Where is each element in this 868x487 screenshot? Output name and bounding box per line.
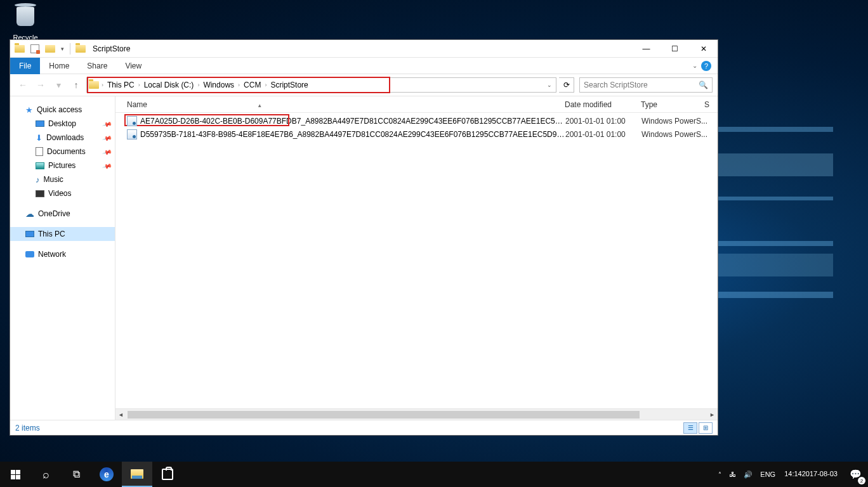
- music-icon: ♪: [36, 175, 40, 185]
- qat-customize-button[interactable]: ▾: [58, 46, 67, 52]
- tray-volume-icon[interactable]: 🔊: [740, 462, 756, 487]
- close-button[interactable]: ✕: [689, 40, 718, 58]
- file-list: Name ▲ Date modified Type S AE7A025D-D26…: [115, 96, 718, 420]
- taskbar-store[interactable]: [152, 462, 183, 487]
- pin-icon: 📌: [102, 146, 112, 157]
- refresh-button[interactable]: ⟳: [559, 77, 574, 93]
- recycle-bin-icon: [13, 7, 38, 32]
- start-button[interactable]: [0, 462, 30, 487]
- action-center-button[interactable]: 💬2: [843, 462, 868, 487]
- file-date: 2001-01-01 01:00: [565, 130, 641, 139]
- nav-network[interactable]: Network: [10, 247, 115, 261]
- powershell-file-icon: [127, 116, 137, 126]
- nav-downloads[interactable]: ⬇ Downloads 📌: [10, 131, 115, 145]
- tray-clock[interactable]: 14:14 2017-08-03: [779, 462, 843, 487]
- recent-locations-button[interactable]: ▾: [51, 77, 66, 93]
- desktop-icon: [36, 120, 44, 127]
- column-name[interactable]: Name ▲: [127, 100, 565, 109]
- tray-time: 14:14: [784, 470, 802, 478]
- forward-button[interactable]: →: [33, 77, 48, 93]
- maximize-button[interactable]: ☐: [661, 40, 689, 58]
- address-bar[interactable]: › This PC › Local Disk (C:) › Windows › …: [86, 77, 556, 93]
- nav-pictures[interactable]: Pictures 📌: [10, 159, 115, 172]
- qat-properties-button[interactable]: [28, 42, 42, 56]
- sort-indicator-icon: ▲: [149, 103, 262, 108]
- icons-view-button[interactable]: ⊞: [699, 422, 713, 434]
- nav-this-pc[interactable]: This PC: [10, 227, 115, 241]
- tab-file[interactable]: File: [10, 58, 40, 74]
- taskbar-edge[interactable]: [91, 462, 122, 487]
- column-headers: Name ▲ Date modified Type S: [115, 96, 718, 113]
- file-type: Windows PowerS...: [641, 117, 711, 126]
- pc-icon: [25, 231, 34, 237]
- taskbar-search-button[interactable]: ⌕: [30, 462, 61, 487]
- nav-onedrive[interactable]: ☁ OneDrive: [10, 207, 115, 221]
- breadcrumb-ccm[interactable]: CCM: [240, 78, 264, 92]
- downloads-icon: ⬇: [36, 133, 43, 143]
- search-input[interactable]: Search ScriptStore 🔍: [579, 77, 713, 93]
- scroll-left-icon[interactable]: ◄: [115, 409, 126, 420]
- breadcrumb-scriptstore[interactable]: ScriptStore: [267, 78, 311, 92]
- pin-icon: 📌: [102, 160, 112, 171]
- network-icon: [25, 251, 34, 257]
- tab-home[interactable]: Home: [40, 58, 78, 74]
- status-bar: 2 items ☰ ⊞: [10, 420, 718, 435]
- notification-badge: 2: [858, 477, 865, 484]
- ribbon-tabs: File Home Share View ⌄ ?: [10, 58, 718, 74]
- nav-music[interactable]: ♪ Music: [10, 172, 115, 186]
- navbar: ← → ▾ ↑ › This PC › Local Disk (C:) › Wi…: [10, 74, 718, 96]
- explorer-icon: [131, 469, 143, 479]
- navigation-pane: ★ Quick access Desktop 📌 ⬇ Downloads 📌 D…: [10, 96, 115, 420]
- column-size[interactable]: S: [704, 100, 717, 109]
- nav-quick-access[interactable]: ★ Quick access: [10, 103, 115, 117]
- address-folder-icon: [89, 81, 99, 89]
- up-button[interactable]: ↑: [69, 77, 84, 93]
- column-type[interactable]: Type: [641, 100, 704, 109]
- file-name: D559735B-7181-43F8-B985-4E8F18E4E7B6_A89…: [140, 130, 565, 139]
- windows-logo-icon: [11, 470, 20, 479]
- taskbar-explorer[interactable]: [122, 462, 152, 487]
- minimize-button[interactable]: —: [632, 40, 661, 58]
- powershell-file-icon: [127, 129, 137, 140]
- titlebar-folder-icon: [74, 42, 88, 56]
- nav-videos[interactable]: Videos: [10, 186, 115, 200]
- address-dropdown-button[interactable]: ⌄: [543, 82, 556, 88]
- details-view-button[interactable]: ☰: [683, 422, 697, 434]
- tab-share[interactable]: Share: [78, 58, 116, 74]
- horizontal-scrollbar[interactable]: ◄ ►: [115, 408, 718, 420]
- titlebar: ▾ ScriptStore — ☐ ✕: [10, 40, 718, 58]
- breadcrumb-windows[interactable]: Windows: [200, 78, 237, 92]
- tray-date: 2017-08-03: [802, 470, 838, 478]
- file-name: AE7A025D-D26B-402C-BE0B-D609A77BFDB7_A89…: [140, 117, 565, 126]
- file-date: 2001-01-01 01:00: [565, 117, 641, 126]
- pin-icon: 📌: [102, 133, 112, 143]
- status-text: 2 items: [15, 424, 40, 432]
- pictures-icon: [36, 162, 44, 169]
- column-date[interactable]: Date modified: [565, 100, 641, 109]
- tray-language[interactable]: ENG: [756, 462, 779, 487]
- breadcrumb-local-disk[interactable]: Local Disk (C:): [141, 78, 197, 92]
- file-type: Windows PowerS...: [641, 130, 711, 139]
- edge-icon: [100, 467, 114, 481]
- nav-desktop[interactable]: Desktop 📌: [10, 117, 115, 131]
- file-row[interactable]: D559735B-7181-43F8-B985-4E8F18E4E7B6_A89…: [115, 127, 718, 141]
- explorer-window: ▾ ScriptStore — ☐ ✕ File Home Share View…: [10, 39, 718, 436]
- qat-folder-icon[interactable]: [13, 42, 27, 56]
- help-button[interactable]: ?: [701, 61, 711, 71]
- system-tray: ˄ 🖧 🔊 ENG 14:14 2017-08-03 💬2: [714, 462, 868, 487]
- tab-view[interactable]: View: [116, 58, 150, 74]
- back-button[interactable]: ←: [15, 77, 30, 93]
- tray-overflow-button[interactable]: ˄: [714, 462, 725, 487]
- tray-network-icon[interactable]: 🖧: [725, 462, 740, 487]
- pin-icon: 📌: [102, 119, 112, 129]
- ribbon-expand-button[interactable]: ⌄: [692, 62, 697, 69]
- search-placeholder: Search ScriptStore: [584, 81, 648, 89]
- scroll-thumb[interactable]: [128, 411, 640, 419]
- file-row[interactable]: AE7A025D-D26B-402C-BE0B-D609A77BFDB7_A89…: [115, 114, 718, 127]
- qat-new-folder-button[interactable]: [43, 42, 57, 56]
- breadcrumb-this-pc[interactable]: This PC: [104, 78, 138, 92]
- task-view-button[interactable]: ⧉: [61, 462, 91, 487]
- cloud-icon: ☁: [25, 209, 34, 219]
- nav-documents[interactable]: Documents 📌: [10, 145, 115, 159]
- scroll-right-icon[interactable]: ►: [707, 409, 718, 420]
